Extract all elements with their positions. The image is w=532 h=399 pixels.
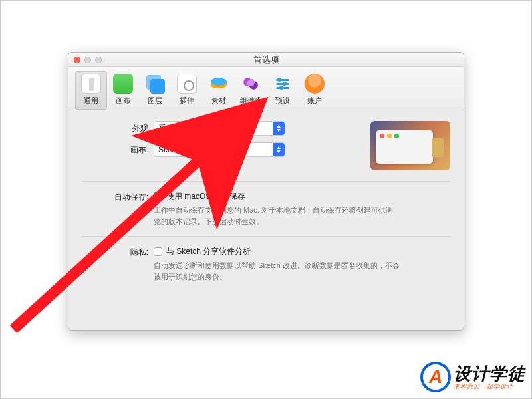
autosave-label: 自动保存:: [82, 191, 154, 227]
tab-label: 素材: [211, 96, 226, 106]
preferences-content: 外观 系统默认 画布: Sketch 默认: [68, 110, 464, 298]
autosave-section: 自动保存: 使用 macOS 自动保存 工作中自动保存文档到您的 Mac. 对于…: [82, 182, 450, 237]
tab-libraries[interactable]: 组件库: [235, 71, 267, 110]
layers-icon: [145, 74, 165, 94]
canvas-icon: [113, 74, 133, 94]
chevron-updown-icon: [273, 122, 285, 135]
checkbox-checked-icon: [154, 192, 162, 201]
watermark-title: 设计学徒: [454, 365, 525, 382]
checkbox-label: 与 Sketch 分享软件分析: [166, 246, 251, 257]
appearance-section: 外观 系统默认 画布: Sketch 默认: [82, 121, 450, 182]
checkbox-unchecked-icon: [154, 247, 162, 256]
watermark: A 设计学徒 来和我们一起学设计: [420, 362, 525, 392]
autosave-description: 工作中自动保存文档到您的 Mac. 对于本地文档，自动保存还将创建可供浏览的版本…: [154, 205, 400, 227]
data-icon: [209, 74, 229, 94]
canvas-label: 画布:: [82, 144, 154, 156]
checkbox-label: 使用 macOS 自动保存: [166, 191, 245, 202]
tab-canvas[interactable]: 画布: [107, 71, 139, 110]
tab-label: 组件库: [240, 96, 262, 106]
window-title: 首选项: [68, 54, 464, 66]
plugins-icon: [177, 74, 197, 94]
privacy-label: 隐私:: [82, 246, 154, 282]
tab-label: 图层: [148, 96, 162, 106]
tab-label: 通用: [84, 96, 98, 106]
account-icon: [305, 74, 325, 94]
select-value: 系统默认: [158, 123, 190, 134]
watermark-subtitle: 来和我们一起学设计: [454, 384, 525, 390]
tab-data[interactable]: 素材: [203, 71, 235, 110]
appearance-select[interactable]: 系统默认: [154, 121, 285, 136]
tab-plugins[interactable]: 插件: [171, 71, 203, 110]
preferences-toolbar: 通用 画布 图层 插件 素材 组件库 预设 账: [68, 67, 464, 110]
tab-label: 预设: [275, 96, 290, 106]
canvas-row: 画布: Sketch 默认: [82, 142, 357, 157]
window-titlebar: 首选项: [68, 53, 464, 67]
preview-window-icon: [376, 130, 433, 164]
presets-icon: [273, 74, 293, 94]
select-value: Sketch 默认: [158, 144, 201, 156]
privacy-description: 自动发送诊断和使用数据以帮助 Sketch 改进。诊断数据是匿名收集的，不会被用…: [154, 260, 400, 282]
privacy-section: 隐私: 与 Sketch 分享软件分析 自动发送诊断和使用数据以帮助 Sketc…: [82, 237, 450, 291]
tab-account[interactable]: 账户: [299, 71, 331, 110]
tab-layers[interactable]: 图层: [139, 71, 171, 110]
chevron-updown-icon: [273, 143, 285, 156]
appearance-preview: [370, 121, 450, 170]
canvas-select[interactable]: Sketch 默认: [154, 142, 285, 157]
libraries-icon: [241, 74, 261, 94]
tab-label: 插件: [180, 96, 194, 106]
tab-label: 账户: [307, 96, 322, 106]
appearance-label: 外观: [82, 123, 154, 134]
appearance-row: 外观 系统默认: [82, 121, 357, 136]
tab-presets[interactable]: 预设: [267, 71, 299, 110]
preferences-window: 首选项 通用 画布 图层 插件 素材 组件库: [68, 52, 464, 331]
autosave-checkbox[interactable]: 使用 macOS 自动保存: [154, 191, 450, 202]
tab-general[interactable]: 通用: [75, 71, 107, 110]
tab-label: 画布: [116, 96, 130, 106]
watermark-badge: A: [420, 362, 451, 392]
general-icon: [81, 74, 101, 94]
privacy-checkbox[interactable]: 与 Sketch 分享软件分析: [154, 246, 450, 257]
